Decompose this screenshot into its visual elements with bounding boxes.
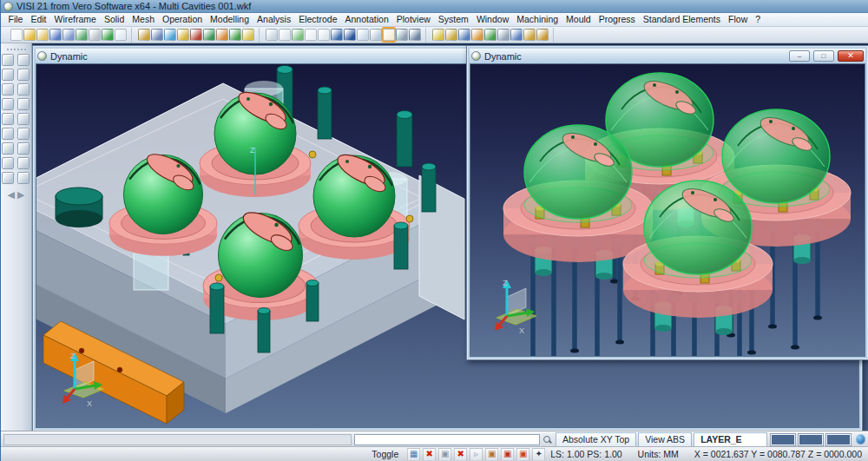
trace-icon[interactable]: ▹ [470,448,483,461]
menu-progress[interactable]: Progress [595,13,639,26]
surface-create-icon[interactable] [17,113,30,125]
profile-off-icon[interactable]: ▣ [501,448,514,461]
menu-plotview[interactable]: Plotview [392,13,434,26]
select-face-icon[interactable] [344,29,356,41]
dynamic-window-right[interactable]: Dynamic – □ ✕ [466,45,868,360]
cursor-mode-icon[interactable]: ✦ [532,448,545,461]
select-edge-icon[interactable] [357,29,369,41]
globe-icon[interactable] [856,434,865,445]
filter-text-icon[interactable] [318,29,330,41]
menu-wireframe[interactable]: Wireframe [50,13,100,26]
selection-options-icon[interactable] [409,29,421,41]
color-swatch-2[interactable] [799,434,823,445]
menu-machining[interactable]: Machining [513,13,562,26]
box-snap-icon[interactable]: ▣ [485,448,498,461]
mail-icon[interactable] [17,172,30,184]
erase-entity-icon[interactable] [17,54,30,66]
dimension-icon[interactable] [17,142,30,155]
zoom-extents-icon[interactable] [164,29,176,41]
smart-point-icon[interactable] [2,83,14,95]
layer-edit-icon[interactable] [17,83,30,95]
dynamic-rotate-icon[interactable] [190,29,202,41]
menu-mould[interactable]: Mould [562,13,595,26]
menu-?[interactable]: ? [752,13,765,26]
color-swatch-1[interactable] [771,434,795,445]
select-vertex-icon[interactable] [370,29,382,41]
filter-wireframe-icon[interactable] [292,29,304,41]
menu-mesh[interactable]: Mesh [128,13,159,26]
view-rotate-icon[interactable] [2,113,14,125]
solid-snap-icon[interactable]: ▣ [516,448,529,461]
query-icon[interactable] [2,142,14,155]
camera-view-icon[interactable] [151,29,163,41]
menu-solid[interactable]: Solid [100,13,128,26]
toggle-label[interactable]: Toggle [372,449,398,459]
view-orientation-icon[interactable] [216,29,228,41]
menu-edit[interactable]: Edit [27,13,50,26]
filter-points-icon[interactable] [305,29,317,41]
toolbox-icon[interactable] [2,172,14,184]
menu-modelling[interactable]: Modelling [207,13,253,26]
restore-button[interactable]: □ [813,50,834,62]
toolbar-grip[interactable] [7,49,26,50]
menu-file[interactable]: File [4,13,27,26]
pan-view-icon[interactable] [242,29,254,41]
properties-icon[interactable] [458,29,470,41]
point-snap-off-icon[interactable]: ✖ [454,448,467,461]
menu-operation[interactable]: Operation [158,13,206,26]
forward-arrow-icon[interactable]: ▶ [17,189,24,200]
info-icon[interactable] [2,157,14,169]
coordinate-mode-button[interactable]: Absolute XY Top [556,432,636,447]
refresh-view-icon[interactable] [229,29,241,41]
solid-box-icon[interactable] [17,128,30,140]
active-layer-button[interactable]: LAYER_E [694,432,767,447]
window-snap-icon[interactable]: ▦ [407,448,420,461]
lock-selection-icon[interactable] [396,29,408,41]
menu-analysis[interactable]: Analysis [253,13,295,26]
command-input[interactable] [354,434,540,445]
open-file-icon[interactable] [23,29,36,41]
erase-icon[interactable] [138,29,150,41]
assembly-manager-icon[interactable] [510,29,523,41]
filter-solids-icon[interactable] [266,29,278,41]
menu-flow[interactable]: Flow [725,13,752,26]
new-document-icon[interactable] [10,29,23,41]
save-all-icon[interactable] [62,29,75,41]
save-icon[interactable] [49,29,62,41]
validate-icon[interactable] [484,29,496,41]
back-arrow-icon[interactable]: ◀ [8,189,15,200]
minimize-button[interactable]: – [789,50,810,62]
menu-system[interactable]: System [434,13,472,26]
frame-select-icon[interactable] [2,69,14,81]
print-icon[interactable] [89,29,101,41]
view-mode-button[interactable]: View ABS [638,432,692,447]
right-window-titlebar[interactable]: Dynamic – □ ✕ [470,49,865,63]
zoom-previous-icon[interactable] [177,29,189,41]
layer-manager-icon[interactable] [432,29,444,41]
filter-surfaces-icon[interactable] [279,29,291,41]
curve-edit-icon[interactable] [17,98,30,110]
insert-file-icon[interactable] [36,29,49,41]
shaded-view-icon[interactable] [203,29,215,41]
active-selection-icon[interactable] [383,29,395,41]
zoom-window-icon[interactable] [2,54,14,66]
right-viewport[interactable]: Z X [470,63,865,357]
close-button[interactable]: ✕ [838,50,864,62]
menu-window[interactable]: Window [472,13,512,26]
axes-icon[interactable] [2,98,14,110]
standard-parts-icon[interactable] [523,29,536,41]
clipboard-icon[interactable] [2,128,14,140]
select-body-icon[interactable] [331,29,343,41]
app-titlebar[interactable]: VISI 21 from Vero Software x64 - Multi C… [1,0,868,13]
menu-annotation[interactable]: Annotation [341,13,392,26]
menu-standard-elements[interactable]: Standard Elements [639,13,724,26]
menu-electrode[interactable]: Electrode [295,13,341,26]
workplane-icon[interactable] [17,157,30,169]
split-view-icon[interactable] [115,29,127,41]
attributes-icon[interactable] [445,29,457,41]
ortho-snap-icon[interactable]: ▣ [438,448,451,461]
modify-icon[interactable] [471,29,483,41]
plot-icon[interactable] [102,29,114,41]
measure-3d-icon[interactable] [497,29,510,41]
sketch-edit-icon[interactable] [17,69,30,81]
